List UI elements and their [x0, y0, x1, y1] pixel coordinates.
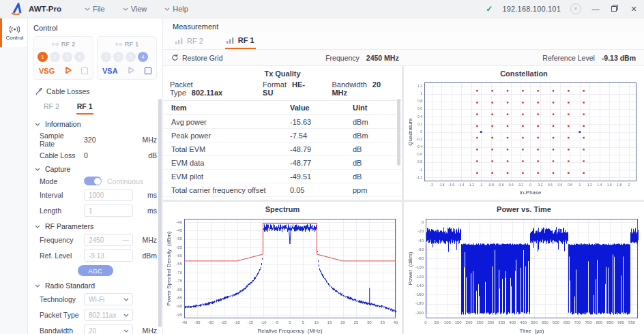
table-row[interactable]: Peak power-7.54dBm	[163, 129, 402, 142]
field-value: 320	[84, 136, 133, 144]
field-select[interactable]: Wi-Fi	[84, 293, 133, 305]
chevron-down-icon	[123, 329, 129, 333]
measurement-tab-rf2[interactable]: RF 2	[174, 33, 205, 49]
section-header-radio-standard[interactable]: Radio Standard	[35, 282, 157, 290]
rf-card-header: RF 1	[100, 40, 153, 48]
broadcast-icon	[10, 25, 20, 33]
port-button[interactable]: 4	[138, 52, 148, 62]
field-unit: MHz	[136, 136, 157, 144]
table-row[interactable]: EVM pilot-49.51dB	[163, 170, 402, 183]
section-header-rf-parameters[interactable]: RF Parameters	[35, 222, 157, 230]
control-panel-title: Control	[33, 24, 157, 32]
rf-role-row: VSG	[37, 66, 90, 76]
field-input[interactable]: -9.13	[84, 249, 133, 262]
chevron-down-icon	[123, 327, 129, 334]
control-rf-tabs: RF 2 RF 1	[33, 100, 157, 115]
port-button[interactable]: 3	[126, 52, 136, 62]
reference-level-readout: Reference Level -9.13 dBm	[542, 54, 636, 62]
field-input[interactable]: 2450—	[84, 234, 133, 246]
table-row[interactable]: Total carrier frequency offset121.47Hz	[163, 197, 402, 200]
chevron-down-icon	[123, 314, 129, 317]
port-button[interactable]: 3	[62, 52, 72, 62]
constellation-panel: Constellation	[404, 66, 644, 200]
restore-grid-button[interactable]: Restore Grid	[171, 54, 223, 62]
field-interval: Interval1000ms	[40, 189, 157, 201]
left-rail: Control	[0, 18, 28, 334]
field-ref-level: Ref. Level-9.13dBm	[40, 249, 157, 262]
play-button[interactable]	[127, 66, 135, 76]
field-unit: MHz	[136, 327, 157, 334]
chevron-down-icon	[35, 225, 40, 228]
port-button[interactable]: 2	[113, 52, 123, 62]
field-technology: TechnologyWi-Fi	[40, 293, 157, 305]
menu-file[interactable]: File	[85, 5, 105, 13]
vsg-label: VSG	[39, 67, 55, 75]
sidebar-item-label: Control	[6, 35, 24, 41]
meta-packet-type: Packet Type802.11ax	[170, 80, 244, 97]
port-button[interactable]: 1	[101, 52, 111, 62]
field-label: Interval	[40, 191, 80, 199]
frequency-readout: Frequency 2450 MHz	[325, 54, 398, 62]
field-unit: MHz	[136, 236, 157, 244]
chevron-down-icon	[123, 7, 128, 11]
control-scrollbar[interactable]	[158, 99, 162, 327]
constellation-title: Constellation	[404, 66, 644, 79]
close-button[interactable]: ✕	[629, 5, 639, 14]
rf-card-header: RF 2	[37, 40, 90, 48]
agc-button[interactable]: AGC	[78, 265, 113, 276]
port-button[interactable]: 2	[50, 52, 60, 62]
power-vs-time-chart	[407, 215, 642, 334]
field-input[interactable]: 1000	[84, 189, 133, 201]
stop-button[interactable]	[81, 67, 88, 74]
toggle-state-label: Continuous	[107, 177, 143, 185]
menu-help[interactable]: Help	[164, 5, 188, 13]
tx-quality-scrollbar[interactable]	[397, 99, 400, 166]
field-label: Bandwidth	[40, 327, 80, 334]
measurement-tab-rf1[interactable]: RF 1	[225, 33, 256, 49]
field-mode: ModeContinuous	[40, 177, 157, 185]
port-selector: 1234	[101, 52, 153, 62]
spectrum-title: Spectrum	[163, 202, 402, 215]
cable-losses-row[interactable]: Cable Losses	[35, 87, 157, 95]
chevron-down-icon	[85, 7, 90, 11]
antenna-icon	[115, 42, 122, 47]
field-cable-loss: Cable Loss0dB	[40, 151, 157, 160]
stop-button[interactable]	[145, 67, 151, 74]
field-value: 0	[84, 151, 133, 160]
port-selector: 1234	[38, 52, 89, 62]
minimize-button[interactable]: —	[591, 5, 600, 13]
app-logo-icon	[8, 3, 25, 15]
field-unit: dBm	[136, 252, 157, 260]
field-select[interactable]: 20	[84, 324, 133, 334]
table-row[interactable]: EVM data-48.77dB	[163, 156, 402, 170]
control-panel: Control RF 21234VSGRF 11234VSA Cable Los…	[28, 18, 163, 334]
field-input[interactable]: 1	[84, 204, 133, 217]
connection-ip[interactable]: 192.168.100.101	[502, 5, 561, 13]
sidebar-item-control[interactable]: Control	[0, 18, 27, 47]
signal-bars-icon	[226, 37, 234, 44]
table-row[interactable]: Total carrier frequency offset0.05ppm	[163, 183, 402, 197]
rf-card-rf2: RF 21234VSG	[33, 36, 93, 80]
port-button[interactable]: 4	[74, 52, 85, 62]
control-tab-rf2[interactable]: RF 2	[43, 100, 60, 115]
control-sections: InformationSample Rate320MHzCable Loss0d…	[33, 120, 157, 334]
control-tab-rf1[interactable]: RF 1	[76, 100, 93, 115]
menu-view[interactable]: View	[123, 5, 147, 13]
disconnect-icon[interactable]: ✕	[570, 3, 581, 14]
rf-role-row: VSA	[100, 66, 153, 76]
section-header-information[interactable]: Information	[35, 120, 157, 128]
measurement-toolbar: Restore Grid Frequency 2450 MHz Referenc…	[163, 50, 644, 66]
table-row[interactable]: Total EVM-48.79dB	[163, 142, 402, 156]
section-header-capture[interactable]: Capture	[35, 165, 157, 173]
maximize-button[interactable]	[610, 5, 619, 13]
port-button[interactable]: 1	[38, 52, 48, 62]
field-label: Sample Rate	[40, 132, 80, 148]
field-value: Continuous	[84, 177, 143, 185]
field-label: Packet Type	[40, 311, 80, 319]
table-row[interactable]: Avg power-15.63dBm	[163, 115, 402, 129]
continuous-toggle[interactable]	[84, 177, 102, 185]
cable-wrench-icon	[35, 88, 42, 95]
restore-grid-icon	[171, 54, 179, 61]
field-select[interactable]: 802.11ax	[84, 309, 133, 321]
play-button[interactable]	[64, 66, 72, 76]
